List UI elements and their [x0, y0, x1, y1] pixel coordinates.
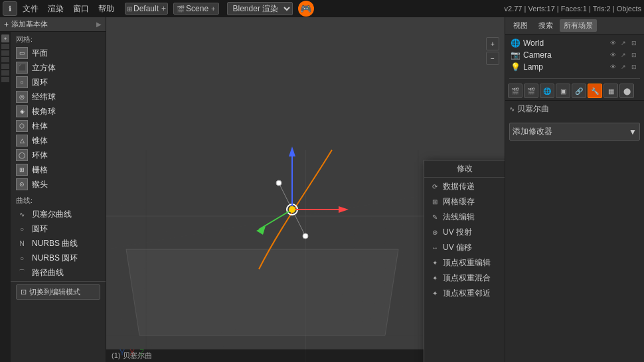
- scene-item-lamp[interactable]: 💡 Lamp 👁 ↗ ⊡: [508, 61, 641, 73]
- version-info: v2.77 | Verts:17 | Faces:1 | Tris:2 | Ob…: [505, 5, 641, 13]
- curve-item-nurbs[interactable]: N NURBS 曲线: [11, 236, 106, 251]
- uvsphere-icon: ◎: [16, 91, 28, 103]
- lamp-cursor-icon[interactable]: ↗: [619, 62, 628, 72]
- prop-object-icon[interactable]: ▣: [556, 84, 570, 98]
- left-vertical-tabs: +: [0, 32, 11, 362]
- object-name-row: ∿ 贝塞尔曲: [505, 101, 644, 117]
- world-render-icon[interactable]: ⊡: [629, 38, 639, 48]
- world-label: World: [523, 38, 544, 48]
- mesh-item-grid[interactable]: ⊞ 栅格: [11, 162, 106, 177]
- lamp-eye-icon[interactable]: 👁: [608, 62, 617, 72]
- vertical-tab-6[interactable]: [1, 70, 9, 76]
- object-type-icon: ∿: [509, 105, 515, 113]
- object-name-label: 贝塞尔曲: [517, 103, 549, 115]
- viewport[interactable]: 用户视图 (透视): [106, 17, 505, 362]
- mesh-item-icosphere[interactable]: ◈ 棱角球: [11, 104, 106, 119]
- vertical-tab-2[interactable]: [1, 44, 9, 49]
- scene-item-world[interactable]: 🌐 World 👁 ↗ ⊡: [508, 37, 641, 49]
- left-panel-toggle[interactable]: ▶: [96, 21, 102, 28]
- curve-item-nurbs-circle[interactable]: ○ NURBS 圆环: [11, 251, 106, 265]
- modify-vw-proximity[interactable]: ✦ 顶点权重邻近: [424, 286, 505, 301]
- scene-tree: 🌐 World 👁 ↗ ⊡ 📷 Camera 👁 ↗ ⊡ 💡: [505, 34, 644, 76]
- scene-tab[interactable]: Scene: [186, 4, 208, 13]
- curve-item-path[interactable]: ⌒ 路径曲线: [11, 265, 106, 280]
- world-eye-icon[interactable]: 👁: [608, 38, 617, 48]
- camera-eye-icon[interactable]: 👁: [608, 50, 617, 60]
- add-scene-btn[interactable]: +: [211, 5, 215, 13]
- vw-edit-icon: ✦: [430, 258, 440, 269]
- prop-scene-icon[interactable]: 🎬: [524, 84, 538, 98]
- lamp-icon: 💡: [511, 62, 521, 72]
- monkey-icon: ⊙: [16, 178, 28, 190]
- prop-constraints-icon[interactable]: 🔗: [572, 84, 586, 98]
- prop-data-icon[interactable]: ▦: [604, 84, 618, 98]
- camera-cursor-icon[interactable]: ↗: [619, 50, 628, 60]
- mesh-item-torus[interactable]: ◯ 环体: [11, 148, 106, 162]
- render-engine-select[interactable]: Blender 渲染: [227, 2, 293, 15]
- top-bar: ℹ 文件 渲染 窗口 帮助 ⊞ Default + 🎬 Scene + Blen…: [0, 0, 644, 17]
- prop-render-icon[interactable]: 🎬: [508, 84, 523, 98]
- camera-render-icon[interactable]: ⊡: [629, 50, 639, 60]
- properties-icons-row: 🎬 🎬 🌐 ▣ 🔗 🔧 ▦ ⬤: [505, 82, 644, 101]
- edit-mode-button[interactable]: ⊡ 切换到编辑模式: [16, 284, 100, 300]
- svg-point-44: [289, 206, 295, 213]
- add-modifier-button[interactable]: 添加修改器 ▼: [509, 123, 640, 141]
- mesh-item-circle[interactable]: ○ 圆环: [11, 75, 106, 90]
- mesh-item-plane[interactable]: ▭ 平面: [11, 46, 106, 60]
- workspace-tab[interactable]: Default: [133, 4, 159, 13]
- grid-icon: ⊞: [16, 164, 28, 176]
- mesh-item-cylinder[interactable]: ⬡ 柱体: [11, 119, 106, 133]
- edit-mode-icon: ⊡: [21, 288, 27, 296]
- vertical-tab-3[interactable]: [1, 50, 9, 56]
- modify-normal-edit[interactable]: ✎ 法线编辑: [424, 210, 505, 225]
- uv-project-icon: ⊛: [430, 227, 440, 238]
- menu-file[interactable]: 文件: [19, 2, 42, 16]
- tab-all-scenes[interactable]: 所有场景: [560, 19, 597, 32]
- right-panel: 视图 搜索 所有场景 🌐 World 👁 ↗ ⊡ 📷 Camera 👁 ↗: [505, 17, 644, 362]
- mesh-item-cube[interactable]: ⬛ 立方体: [11, 60, 106, 75]
- vertical-tab-7[interactable]: [1, 77, 9, 82]
- info-icon[interactable]: ℹ: [3, 1, 17, 16]
- tab-view[interactable]: 视图: [509, 19, 532, 32]
- modify-uv-project[interactable]: ⊛ UV 投射: [424, 225, 505, 240]
- vertical-tab-5[interactable]: [1, 64, 9, 69]
- curve-item-bezier[interactable]: ∿ 贝塞尔曲线: [11, 207, 106, 221]
- prop-material-icon[interactable]: ⬤: [619, 84, 634, 98]
- world-cursor-icon[interactable]: ↗: [619, 38, 628, 48]
- tab-search[interactable]: 搜索: [534, 19, 557, 32]
- zoom-in-btn[interactable]: +: [486, 37, 499, 50]
- camera-icon: 📷: [511, 50, 521, 60]
- icosphere-icon: ◈: [16, 105, 28, 117]
- svg-point-37: [303, 233, 308, 239]
- cylinder-icon: ⬡: [16, 120, 28, 132]
- mesh-item-uvsphere[interactable]: ◎ 经纬球: [11, 90, 106, 104]
- vw-proximity-icon: ✦: [430, 288, 440, 299]
- modify-vw-edit[interactable]: ✦ 顶点权重编辑: [424, 255, 505, 271]
- modify-mesh-cache[interactable]: ⊞ 网格缓存: [424, 194, 505, 210]
- modify-uv-warp[interactable]: ↔ UV 偏移: [424, 240, 505, 255]
- menu-window[interactable]: 窗口: [69, 2, 93, 16]
- blender-logo: 🎮: [298, 1, 314, 17]
- modify-data-transfer[interactable]: ⟳ 数据传递: [424, 179, 505, 194]
- mesh-item-monkey[interactable]: ⊙ 猴头: [11, 177, 106, 192]
- vertical-tab-4[interactable]: [1, 57, 9, 62]
- prop-modifier-icon[interactable]: 🔧: [588, 84, 602, 98]
- data-transfer-icon: ⟳: [430, 182, 440, 192]
- curve-circle-icon: ○: [16, 223, 28, 235]
- modify-vw-mix[interactable]: ✦ 顶点权重混合: [424, 271, 505, 286]
- zoom-out-btn[interactable]: −: [486, 52, 499, 65]
- scene-item-camera[interactable]: 📷 Camera 👁 ↗ ⊡: [508, 49, 641, 61]
- torus-icon: ◯: [16, 149, 28, 161]
- prop-world-icon[interactable]: 🌐: [540, 84, 554, 98]
- add-mesh-icon: +: [4, 20, 9, 29]
- lamp-render-icon[interactable]: ⊡: [629, 62, 639, 72]
- cone-icon: △: [16, 135, 28, 147]
- right-panel-header: 视图 搜索 所有场景: [505, 17, 644, 34]
- mesh-item-cone[interactable]: △ 锥体: [11, 133, 106, 148]
- curve-item-circle[interactable]: ○ 圆环: [11, 221, 106, 236]
- menu-render[interactable]: 渲染: [44, 2, 68, 16]
- vertical-tab-1[interactable]: +: [1, 34, 9, 42]
- add-workspace-btn[interactable]: +: [161, 4, 166, 13]
- menu-help[interactable]: 帮助: [94, 2, 118, 16]
- edit-mode-label: 切换到编辑模式: [29, 287, 80, 297]
